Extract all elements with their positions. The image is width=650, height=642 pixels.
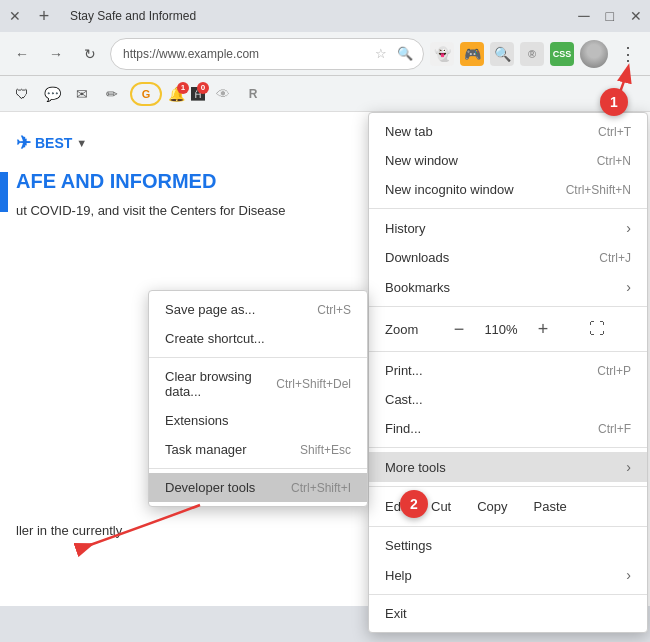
submenu-sep2 xyxy=(149,468,367,469)
menu-more-tools[interactable]: More tools › xyxy=(369,452,647,482)
menu-sep1 xyxy=(369,208,647,209)
menu-find[interactable]: Find... Ctrl+F xyxy=(369,414,647,443)
ext-shield[interactable]: 🛡 xyxy=(10,82,34,106)
title-bar: ✕ + Stay Safe and Informed ─ □ ✕ xyxy=(0,0,650,32)
submenu-clear-browsing[interactable]: Clear browsing data... Ctrl+Shift+Del xyxy=(149,362,367,406)
menu-new-window[interactable]: New window Ctrl+N xyxy=(369,146,647,175)
address-input[interactable]: https://www.example.com 🔍 ☆ xyxy=(110,38,424,70)
tab-title: Stay Safe and Informed xyxy=(70,9,570,23)
blue-accent-bar xyxy=(0,172,8,212)
zoom-increase-button[interactable]: + xyxy=(529,315,557,343)
context-menu: New tab Ctrl+T New window Ctrl+N New inc… xyxy=(368,112,648,633)
forward-icon[interactable]: → xyxy=(42,40,70,68)
menu-downloads[interactable]: Downloads Ctrl+J xyxy=(369,243,647,272)
notif-badge2: 0 xyxy=(197,82,209,94)
refresh-icon[interactable]: ↻ xyxy=(76,40,104,68)
window-close-icon[interactable]: ✕ xyxy=(630,8,642,24)
menu-new-incognito[interactable]: New incognito window Ctrl+Shift+N xyxy=(369,175,647,204)
menu-sep4 xyxy=(369,447,647,448)
zoom-decrease-button[interactable]: − xyxy=(445,315,473,343)
back-icon[interactable]: ← xyxy=(8,40,36,68)
submenu-developer-tools[interactable]: Developer tools Ctrl+Shift+I xyxy=(149,473,367,502)
ext-mail[interactable]: ✉ xyxy=(70,82,94,106)
paste-button[interactable]: Paste xyxy=(522,495,579,518)
zoom-fullscreen-button[interactable]: ⛶ xyxy=(583,315,611,343)
ext-notif[interactable]: 🔔 1 xyxy=(168,86,185,102)
ext-css[interactable]: CSS xyxy=(550,42,574,66)
zoom-value: 110% xyxy=(483,322,519,337)
annotation-badge-1: 1 xyxy=(600,88,628,116)
menu-cast[interactable]: Cast... xyxy=(369,385,647,414)
ext-ghostery[interactable]: 👻 xyxy=(430,42,454,66)
submenu-save-page[interactable]: Save page as... Ctrl+S xyxy=(149,295,367,324)
avatar[interactable] xyxy=(580,40,608,68)
zoom-icon[interactable]: 🔍 xyxy=(397,46,413,61)
ext-r[interactable]: R xyxy=(241,82,265,106)
more-options-icon[interactable]: ⋮ xyxy=(614,40,642,68)
ext-game[interactable]: 🎮 xyxy=(460,42,484,66)
maximize-icon[interactable]: □ xyxy=(606,8,614,24)
menu-sep3 xyxy=(369,351,647,352)
menu-history[interactable]: History › xyxy=(369,213,647,243)
star-icon[interactable]: ☆ xyxy=(375,46,387,61)
address-text: https://www.example.com xyxy=(123,47,259,61)
ext-chat[interactable]: 💬 xyxy=(40,82,64,106)
minimize-icon[interactable]: ─ xyxy=(578,7,589,25)
menu-exit[interactable]: Exit xyxy=(369,599,647,628)
menu-sep7 xyxy=(369,594,647,595)
notif-badge: 1 xyxy=(177,82,189,94)
submenu-create-shortcut[interactable]: Create shortcut... xyxy=(149,324,367,353)
menu-bookmarks[interactable]: Bookmarks › xyxy=(369,272,647,302)
menu-help[interactable]: Help › xyxy=(369,560,647,590)
address-bar: ← → ↻ https://www.example.com 🔍 ☆ 👻 🎮 🔍 … xyxy=(0,32,650,76)
new-tab-icon[interactable]: + xyxy=(30,2,58,30)
menu-sep5 xyxy=(369,486,647,487)
ext-edit[interactable]: ✏ xyxy=(100,82,124,106)
ext-registered[interactable]: ® xyxy=(520,42,544,66)
menu-settings[interactable]: Settings xyxy=(369,531,647,560)
submenu-sep1 xyxy=(149,357,367,358)
submenu-extensions[interactable]: Extensions xyxy=(149,406,367,435)
menu-sep2 xyxy=(369,306,647,307)
browser-window: ✕ + Stay Safe and Informed ─ □ ✕ ← → ↻ h… xyxy=(0,0,650,642)
ext-search[interactable]: 🔍 xyxy=(490,42,514,66)
menu-sep6 xyxy=(369,526,647,527)
ext-eye[interactable]: 👁 xyxy=(211,82,235,106)
copy-button[interactable]: Copy xyxy=(465,495,519,518)
menu-zoom-row: Zoom − 110% + ⛶ xyxy=(369,311,647,347)
submenu-task-manager[interactable]: Task manager Shift+Esc xyxy=(149,435,367,464)
ext-bar: 🛡 💬 ✉ ✏ G 🔔 1 🅰 0 👁 R xyxy=(0,76,650,112)
annotation-badge-2: 2 xyxy=(400,490,428,518)
ext-coin[interactable]: G xyxy=(130,82,162,106)
ext-notif2[interactable]: 🅰 0 xyxy=(191,86,205,102)
menu-new-tab[interactable]: New tab Ctrl+T xyxy=(369,117,647,146)
menu-print[interactable]: Print... Ctrl+P xyxy=(369,356,647,385)
close-icon[interactable]: ✕ xyxy=(8,9,22,23)
more-tools-submenu: Save page as... Ctrl+S Create shortcut..… xyxy=(148,290,368,507)
